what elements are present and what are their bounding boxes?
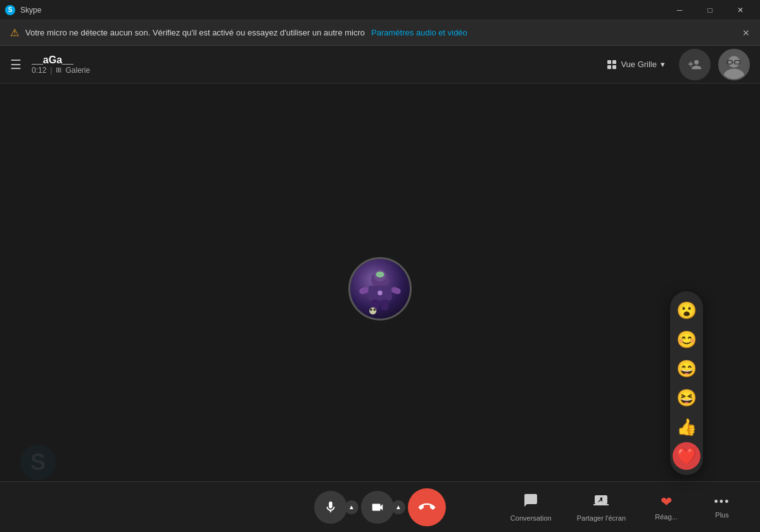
svg-rect-20 (381, 300, 388, 310)
add-person-button[interactable] (679, 49, 711, 80)
warning-bar: ⚠ Votre micro ne détecte aucun son. Véri… (0, 20, 760, 46)
svg-point-5 (728, 56, 740, 67)
bottom-controls-bar: ▲ ▲ (0, 481, 760, 532)
end-call-button[interactable] (400, 480, 454, 532)
remote-avatar-image (350, 259, 410, 319)
remote-user-avatar (348, 257, 412, 320)
minimize-button[interactable]: ─ (665, 0, 694, 20)
warning-close-button[interactable]: ✕ (742, 28, 750, 38)
mic-control-group: ▲ (314, 491, 358, 524)
more-button[interactable]: ••• Plus (697, 490, 747, 524)
center-controls: ▲ ▲ (314, 488, 446, 526)
titlebar-left: S Skype (5, 5, 41, 15)
reaction-popup: 😮 😊 😄 😆 👍 ❤️ (670, 291, 703, 475)
vue-grille-label: Vue Grille (621, 60, 657, 69)
skype-watermark: S (19, 443, 57, 481)
mic-chevron-button[interactable]: ▲ (345, 500, 358, 514)
share-screen-label: Partager l'écran (577, 514, 626, 522)
svg-point-16 (376, 272, 384, 277)
svg-point-23 (370, 308, 372, 311)
titlebar: S Skype ─ □ ✕ (0, 0, 760, 20)
app-window: S Skype ─ □ ✕ ⚠ Votre micro ne détecte a… (0, 0, 760, 532)
more-label: Plus (715, 511, 728, 519)
reaction-laugh[interactable]: 😄 (673, 355, 700, 383)
close-button[interactable]: ✕ (726, 0, 755, 20)
vue-grille-chevron: ▾ (661, 60, 665, 69)
svg-rect-0 (607, 60, 611, 64)
maximize-button[interactable]: □ (695, 0, 725, 20)
gallery-icon: ⊞ (56, 66, 61, 74)
call-info: __aGa__ 0:12 | ⊞ Galerie (32, 54, 90, 75)
call-duration: 0:12 (32, 66, 46, 75)
reaction-heart[interactable]: ❤️ (673, 442, 700, 470)
svg-rect-3 (612, 65, 616, 69)
react-label: Réag... (655, 513, 677, 521)
conversation-button[interactable]: Conversation (500, 488, 562, 527)
app-title: Skype (20, 6, 41, 15)
vue-grille-button[interactable]: Vue Grille ▾ (600, 56, 671, 73)
video-area: S (0, 84, 760, 532)
svg-point-22 (369, 307, 376, 314)
skype-logo-icon: S (5, 5, 15, 15)
call-header: ☰ __aGa__ 0:12 | ⊞ Galerie Vue Grille ▾ (0, 46, 760, 84)
conversation-label: Conversation (510, 514, 552, 522)
conversation-icon (523, 493, 538, 512)
react-icon: ❤ (661, 494, 672, 510)
reaction-surprised[interactable]: 😮 (673, 296, 700, 324)
hamburger-menu-icon[interactable]: ☰ (10, 57, 22, 72)
reaction-thumbsup[interactable]: 👍 (673, 413, 700, 441)
svg-rect-1 (612, 60, 616, 64)
reaction-happy[interactable]: 😊 (673, 326, 700, 353)
call-title: __aGa__ (32, 54, 90, 66)
call-meta: 0:12 | ⊞ Galerie (32, 66, 90, 75)
user-avatar[interactable] (718, 49, 750, 80)
warning-icon: ⚠ (10, 27, 19, 39)
warning-message: Votre micro ne détecte aucun son. Vérifi… (25, 28, 365, 37)
svg-point-24 (374, 308, 376, 311)
react-button[interactable]: ❤ Réag... (641, 489, 692, 526)
cam-button[interactable] (361, 491, 394, 524)
separator: | (50, 66, 52, 75)
share-screen-icon (593, 493, 609, 512)
svg-rect-2 (607, 65, 611, 69)
titlebar-controls: ─ □ ✕ (665, 0, 755, 20)
cam-control-group: ▲ (361, 491, 405, 524)
reaction-grin[interactable]: 😆 (673, 384, 700, 412)
right-controls: Conversation Partager l'écran ❤ Réag... (500, 488, 747, 527)
svg-text:S: S (30, 449, 46, 475)
mic-button[interactable] (314, 491, 347, 524)
audio-video-settings-link[interactable]: Paramètres audio et vidéo (371, 28, 467, 37)
more-icon: ••• (714, 495, 730, 509)
cam-chevron-button[interactable]: ▲ (391, 500, 405, 514)
gallery-label: Galerie (65, 66, 90, 75)
svg-point-21 (377, 291, 383, 296)
header-right: Vue Grille ▾ (600, 49, 750, 80)
share-screen-button[interactable]: Partager l'écran (567, 488, 636, 527)
